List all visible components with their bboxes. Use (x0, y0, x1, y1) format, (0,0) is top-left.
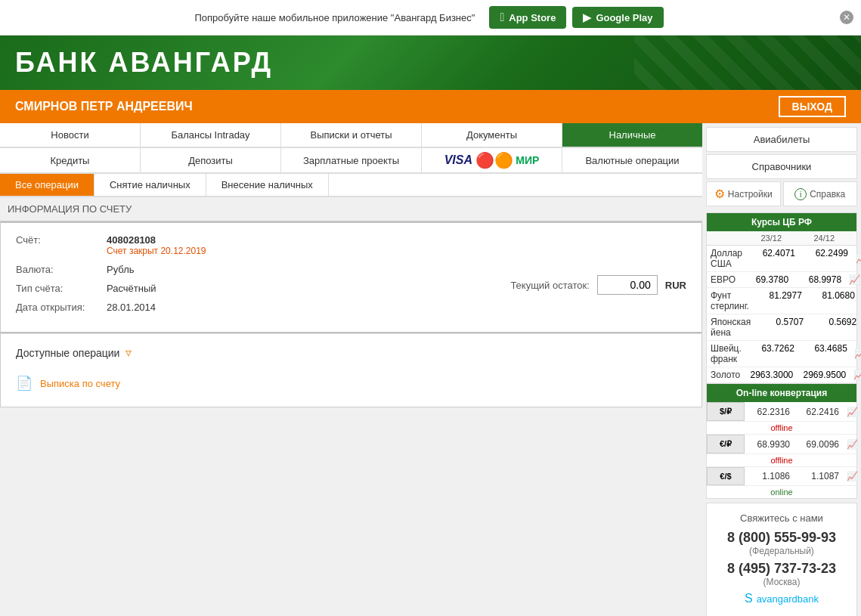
statement-icon: 📄 (16, 375, 33, 392)
contact-box: Свяжитесь с нами 8 (800) 555-99-93 (Феде… (706, 503, 857, 616)
conv-val-usd1: 62.2316 (745, 404, 794, 419)
nav-documents[interactable]: Документы (422, 123, 562, 147)
android-icon: ▶ (583, 11, 591, 23)
google-play-button[interactable]: ▶ Google Play (572, 7, 663, 28)
conversion-eurusd-row: €/$ 1.1086 1.1087 📈 (707, 467, 856, 486)
sidebar-reference-button[interactable]: Справочники (706, 154, 857, 179)
nav-cash[interactable]: Наличные (562, 123, 702, 147)
conv-val-eurusd1: 1.1086 (745, 469, 794, 484)
visa-logo: VISA (444, 153, 472, 167)
settings-button[interactable]: ⚙ Настройки (706, 181, 781, 206)
account-number-field: Счёт: 408028108 Счет закрыт 20.12.2019 (16, 234, 480, 256)
conv-status-eurusd: online (707, 486, 856, 498)
operations-title: Доступные операции ▿ (16, 345, 686, 360)
account-type-label: Тип счёта: (16, 283, 99, 294)
account-card: Счёт: 408028108 Счет закрыт 20.12.2019 В… (0, 221, 702, 407)
apple-icon:  (500, 11, 504, 24)
conversion-usd-row: $/₽ 62.2316 62.2416 📈 (707, 402, 856, 422)
chart-icon-chf[interactable]: 📈 (851, 341, 861, 367)
conversion-eur-rub: €/₽ 68.9930 69.0096 📈 offline (707, 435, 856, 467)
phone2-main: 8 (495) 737-73-23 (716, 561, 847, 577)
conv-label-usd: $/₽ (707, 402, 745, 421)
chart-icon-usd[interactable]: 📈 (852, 246, 861, 271)
phone-main: 8 (800) 555-99-93 (716, 530, 847, 546)
account-type-field: Тип счёта: Расчётный (16, 283, 480, 294)
nav-payroll[interactable]: Зарплатные проекты (281, 148, 422, 173)
account-type-value: Расчётный (107, 283, 156, 294)
close-banner-button[interactable]: ✕ (840, 11, 853, 24)
sidebar: Авиабилеты Справочники ⚙ Настройки i Спр… (702, 123, 861, 616)
skype-icon: S (745, 592, 753, 605)
rates-title: Курсы ЦБ РФ (707, 213, 856, 231)
conv-label-eur: €/₽ (707, 435, 745, 453)
rate-row-chf: Швейц. франк 63.7262 63.4685 📈 (707, 341, 856, 367)
account-currency-field: Валюта: Рубль (16, 264, 480, 275)
conversion-usd-rub: $/₽ 62.2316 62.2416 📈 offline (707, 402, 856, 435)
sidebar-aviation-button[interactable]: Авиабилеты (706, 127, 857, 152)
conv-val-eur2: 69.0096 (794, 437, 843, 452)
conversion-eur-row: €/₽ 68.9930 69.0096 📈 (707, 435, 856, 454)
rate-row-gbp: Фунт стерлинг. 81.2977 81.0680 📈 (707, 288, 856, 314)
conv-val-eur1: 68.9930 (745, 437, 794, 452)
rates-header: 23/12 24/12 (707, 231, 856, 246)
rate-row-gold: Золото 2963.3000 2969.9500 📈 (707, 367, 856, 383)
account-date-value: 28.01.2014 (107, 302, 156, 313)
skype-link[interactable]: S avangardbank (716, 592, 847, 605)
nav-row-1: Новости Балансы Intraday Выписки и отчет… (0, 123, 702, 148)
banner-text: Попробуйте наше мобильное приложение "Ав… (194, 12, 475, 23)
nav-credits[interactable]: Кредиты (0, 148, 141, 173)
logout-button[interactable]: ВЫХОД (779, 96, 846, 117)
mir-logo: МИР (516, 154, 539, 166)
info-icon: i (794, 188, 807, 200)
chart-icon-conv-eur[interactable]: 📈 (843, 439, 861, 450)
app-store-button[interactable]:  App Store (489, 6, 566, 29)
statement-link[interactable]: Выписка по счету (40, 378, 120, 389)
account-date-field: Дата открытия: 28.01.2014 (16, 302, 480, 313)
account-number-label: Счёт: (16, 234, 99, 246)
sub-nav-all[interactable]: Все операции (0, 174, 94, 196)
chart-icon-eur[interactable]: 📈 (845, 272, 861, 287)
header: БАНК АВАНГАРД (0, 36, 861, 90)
chart-icon-gold[interactable]: 📈 (850, 367, 861, 382)
nav-row-2: Кредиты Депозиты Зарплатные проекты VISA… (0, 148, 702, 174)
nav-fx[interactable]: Валютные операции (562, 148, 702, 173)
nav-news[interactable]: Новости (0, 123, 141, 147)
main-wrapper: Новости Балансы Intraday Выписки и отчет… (0, 123, 861, 616)
account-currency-value: Рубль (107, 264, 135, 275)
contact-title: Свяжитесь с нами (716, 512, 847, 524)
sub-nav-deposit[interactable]: Внесение наличных (206, 174, 329, 196)
content-area: Новости Балансы Intraday Выписки и отчет… (0, 123, 702, 616)
chart-icon-conv-eurusd[interactable]: 📈 (843, 471, 861, 481)
gear-icon: ⚙ (714, 187, 725, 201)
conv-status-eur: offline (707, 454, 856, 466)
account-number-value: 408028108 (107, 234, 206, 246)
user-bar: СМИРНОВ ПЕТР АНДРЕЕВИЧ ВЫХОД (0, 90, 861, 123)
nav-cards[interactable]: VISA 🔴🟠 МИР (422, 148, 562, 173)
top-banner: Попробуйте наше мобильное приложение "Ав… (0, 0, 861, 36)
nav-deposits[interactable]: Депозиты (141, 148, 281, 173)
rate-row-usd: Доллар США 62.4071 62.2499 📈 (707, 246, 856, 272)
account-left: Счёт: 408028108 Счет закрыт 20.12.2019 В… (16, 234, 480, 320)
conversion-eur-usd: €/$ 1.1086 1.1087 📈 online (707, 467, 856, 498)
balance-input[interactable] (597, 275, 658, 295)
chart-icon-conv-usd[interactable]: 📈 (843, 407, 861, 417)
user-name: СМИРНОВ ПЕТР АНДРЕЕВИЧ (15, 100, 193, 113)
account-right: Текущий остаток: RUR (510, 234, 686, 320)
sidebar-tools: ⚙ Настройки i Справка (706, 181, 857, 206)
balance-label: Текущий остаток: (510, 280, 589, 291)
conv-status-usd: offline (707, 422, 856, 434)
help-button[interactable]: i Справка (783, 181, 858, 206)
rates-box: Курсы ЦБ РФ 23/12 24/12 Доллар США 62.40… (706, 212, 857, 384)
nav-statements[interactable]: Выписки и отчеты (281, 123, 422, 147)
account-date-label: Дата открытия: (16, 302, 99, 313)
header-decoration (634, 36, 861, 90)
conv-val-eurusd2: 1.1087 (794, 469, 843, 484)
rate-row-eur: ЕВРО 69.3780 68.9978 📈 (707, 272, 856, 288)
operation-item: 📄 Выписка по счету (16, 371, 686, 395)
sub-nav-withdrawal[interactable]: Снятие наличных (94, 174, 206, 196)
filter-icon: ▿ (125, 345, 132, 360)
section-title: ИНФОРМАЦИЯ ПО СЧЕТУ (0, 197, 702, 221)
mastercard-logo: 🔴🟠 (475, 151, 513, 169)
nav-intraday[interactable]: Балансы Intraday (141, 123, 281, 147)
phone1-desc: (Федеральный) (716, 546, 847, 556)
